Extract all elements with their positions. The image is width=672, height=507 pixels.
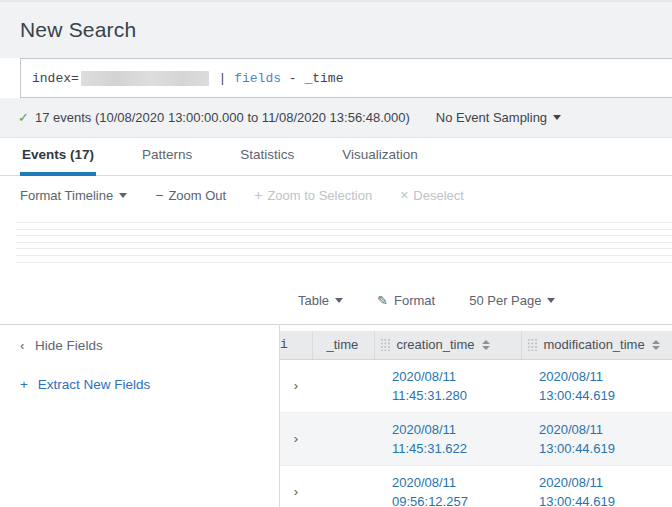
column-header-time[interactable]: _time: [312, 331, 374, 359]
sort-icon[interactable]: [652, 340, 660, 350]
table-row: › 2020/08/11 11:45:31.280 2020/08/11 13:…: [280, 359, 672, 412]
time-value: 13:00:44.619: [539, 386, 672, 405]
event-timeline-chart[interactable]: [0, 222, 672, 276]
column-header-info[interactable]: i: [280, 331, 312, 359]
hide-fields-label: Hide Fields: [35, 338, 103, 353]
sort-icon[interactable]: [482, 340, 490, 350]
column-label: creation_time: [397, 337, 475, 352]
tab-events[interactable]: Events (17): [20, 138, 96, 176]
extract-new-fields-link[interactable]: + Extract New Fields: [20, 377, 279, 392]
view-mode-dropdown[interactable]: Table: [298, 293, 343, 308]
table-header-row: i _time creation_time: [280, 331, 672, 359]
format-timeline-label: Format Timeline: [20, 188, 113, 203]
chevron-down-icon: [547, 298, 555, 303]
splunk-search-page: New Search index= | fields - _time ✓ 17 …: [0, 0, 672, 507]
zoom-out-label: Zoom Out: [168, 188, 226, 203]
zoom-to-selection-button: + Zoom to Selection: [254, 187, 372, 203]
chevron-down-icon: [553, 115, 561, 120]
plus-icon: +: [254, 187, 262, 203]
modification-time-cell[interactable]: 2020/08/11 13:00:44.619: [521, 412, 672, 465]
view-mode-label: Table: [298, 293, 329, 308]
time-cell: [312, 412, 374, 465]
deselect-label: Deselect: [413, 188, 464, 203]
column-header-modification-time[interactable]: modification_time: [521, 331, 672, 359]
date-value: 2020/08/11: [392, 420, 521, 439]
results-content: ‹ Hide Fields + Extract New Fields i _ti…: [0, 324, 672, 507]
tab-statistics[interactable]: Statistics: [238, 138, 296, 176]
hide-fields-button[interactable]: ‹ Hide Fields: [20, 338, 279, 353]
table-row: › 2020/08/11 09:56:12.257 2020/08/11 13:…: [280, 465, 672, 507]
table-row: › 2020/08/11 11:45:31.622 2020/08/11 13:…: [280, 412, 672, 465]
zoom-to-selection-label: Zoom to Selection: [267, 188, 372, 203]
expand-event-icon[interactable]: ›: [280, 359, 312, 412]
plus-icon: +: [20, 377, 28, 392]
tab-visualization[interactable]: Visualization: [340, 138, 420, 176]
search-bar-row: index= | fields - _time: [0, 58, 672, 98]
date-value: 2020/08/11: [392, 473, 521, 492]
redacted-index-value: [81, 71, 209, 86]
search-input[interactable]: index= | fields - _time: [20, 58, 672, 98]
per-page-dropdown[interactable]: 50 Per Page: [469, 293, 555, 308]
expand-event-icon[interactable]: ›: [280, 412, 312, 465]
time-value: 09:56:12.257: [392, 492, 521, 507]
event-sampling-label: No Event Sampling: [436, 110, 547, 125]
expand-event-icon[interactable]: ›: [280, 465, 312, 507]
chevron-left-icon: ‹: [20, 338, 24, 353]
events-table: i _time creation_time: [280, 331, 672, 507]
spl-pipe-token: |: [211, 71, 234, 86]
deselect-button: × Deselect: [400, 187, 464, 203]
date-value: 2020/08/11: [539, 420, 672, 439]
time-value: 11:45:31.280: [392, 386, 521, 405]
date-value: 2020/08/11: [392, 367, 521, 386]
page-title: New Search: [20, 18, 672, 42]
results-view-controls: Table ✎ Format 50 Per Page: [0, 276, 672, 324]
spl-command-token: fields: [234, 71, 281, 86]
date-value: 2020/08/11: [539, 473, 672, 492]
zoom-out-button[interactable]: − Zoom Out: [155, 187, 226, 203]
time-value: 13:00:44.619: [539, 439, 672, 458]
page-header: New Search: [0, 2, 672, 58]
column-label: modification_time: [544, 337, 645, 352]
format-results-button[interactable]: ✎ Format: [377, 293, 435, 308]
column-header-creation-time[interactable]: creation_time: [374, 331, 521, 359]
success-check-icon: ✓: [18, 110, 29, 125]
events-table-container: i _time creation_time: [280, 325, 672, 507]
spl-index-token: index=: [32, 71, 79, 86]
per-page-label: 50 Per Page: [469, 293, 541, 308]
search-status-bar: ✓ 17 events (10/08/2020 13:00:00.000 to …: [0, 98, 672, 138]
event-count-text: 17 events (10/08/2020 13:00:00.000 to 11…: [35, 110, 410, 125]
pencil-icon: ✎: [377, 293, 388, 308]
format-results-label: Format: [394, 293, 435, 308]
modification-time-cell[interactable]: 2020/08/11 13:00:44.619: [521, 359, 672, 412]
drag-handle-icon[interactable]: [380, 338, 391, 351]
creation-time-cell[interactable]: 2020/08/11 09:56:12.257: [374, 465, 521, 507]
time-value: 13:00:44.619: [539, 492, 672, 507]
time-cell: [312, 359, 374, 412]
tab-patterns[interactable]: Patterns: [140, 138, 194, 176]
modification-time-cell[interactable]: 2020/08/11 13:00:44.619: [521, 465, 672, 507]
timeline-controls: Format Timeline − Zoom Out + Zoom to Sel…: [0, 176, 672, 214]
results-tab-bar: Events (17) Patterns Statistics Visualiz…: [0, 138, 672, 176]
drag-handle-icon[interactable]: [527, 338, 538, 351]
chevron-down-icon: [335, 298, 343, 303]
chevron-down-icon: [119, 193, 127, 198]
format-timeline-dropdown[interactable]: Format Timeline: [20, 188, 127, 203]
x-icon: ×: [400, 187, 408, 203]
event-sampling-dropdown[interactable]: No Event Sampling: [436, 110, 561, 125]
creation-time-cell[interactable]: 2020/08/11 11:45:31.280: [374, 359, 521, 412]
date-value: 2020/08/11: [539, 367, 672, 386]
extract-new-fields-label: Extract New Fields: [38, 377, 151, 392]
fields-sidebar: ‹ Hide Fields + Extract New Fields: [0, 325, 280, 507]
time-cell: [312, 465, 374, 507]
creation-time-cell[interactable]: 2020/08/11 11:45:31.622: [374, 412, 521, 465]
spl-args-token: - _time: [281, 71, 343, 86]
timeline-gridlines: [16, 222, 672, 263]
minus-icon: −: [155, 187, 163, 203]
time-value: 11:45:31.622: [392, 439, 521, 458]
